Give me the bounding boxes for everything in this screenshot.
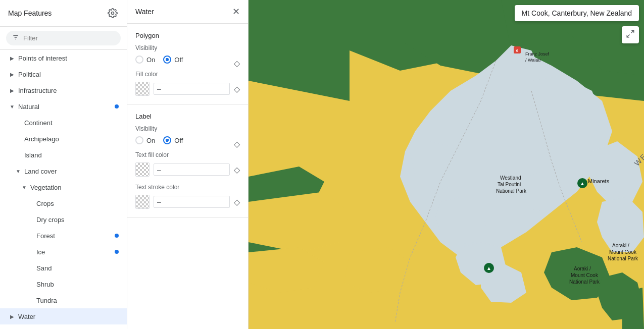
label-textfill-diamond[interactable]: ◇	[234, 165, 240, 175]
tree-label-continent: Continent	[24, 119, 53, 127]
label-visibility-diamond[interactable]: ◇	[234, 139, 240, 149]
label-textfill-swatch[interactable]	[135, 162, 150, 177]
tree-item-background[interactable]: Background	[0, 324, 127, 329]
svg-line-61	[631, 30, 634, 33]
tree-item-water[interactable]: Water	[0, 308, 127, 324]
tree-item-natural[interactable]: Natural	[0, 98, 127, 115]
filter-input[interactable]	[23, 34, 115, 42]
tree-label-infrastructure: Infrastructure	[18, 87, 57, 94]
tree-label-water: Water	[18, 313, 35, 320]
tree-item-poi[interactable]: Points of interest	[0, 50, 127, 66]
tree-label-ice: Ice	[36, 248, 45, 256]
mid-panel: Water ✕ Polygon Visibility On Off ◇ Fill…	[127, 0, 249, 329]
dot-forest	[115, 234, 119, 238]
tree-label-crops: Crops	[36, 200, 54, 207]
svg-text:/ Waiau: / Waiau	[525, 58, 540, 63]
label-textstroke-value: –	[154, 196, 230, 208]
polygon-on-label: On	[146, 56, 155, 64]
arrow-landcover	[14, 167, 22, 175]
tree-label-shrub: Shrub	[36, 281, 54, 288]
tree-item-ice[interactable]: Ice	[0, 244, 127, 260]
svg-text:▲: ▲	[486, 265, 491, 271]
tree-item-shrub[interactable]: Shrub	[0, 276, 127, 292]
tree-item-sand[interactable]: Sand	[0, 260, 127, 276]
tree-item-vegetation[interactable]: Vegetation	[0, 179, 127, 195]
svg-text:6: 6	[516, 48, 519, 53]
polygon-on-option[interactable]: On	[135, 56, 155, 64]
filter-input-wrap	[6, 31, 121, 45]
svg-point-0	[112, 12, 114, 15]
polygon-color-value: –	[154, 83, 230, 95]
polygon-off-option[interactable]: Off	[163, 56, 183, 64]
tree-nav: Points of interestPoliticalInfrastructur…	[0, 50, 127, 329]
polygon-section: Polygon Visibility On Off ◇ Fill color –…	[127, 24, 248, 104]
arrow-water	[8, 312, 16, 320]
tree-item-archipelago[interactable]: Archipelago	[0, 131, 127, 147]
map-area[interactable]: 6 Franz Josef / Waiau ▲ Mount D'Archiac …	[249, 0, 644, 329]
polygon-off-radio[interactable]	[163, 56, 171, 64]
filter-bar	[0, 27, 127, 50]
arrow-poi	[8, 54, 16, 62]
polygon-visibility-label: Visibility	[135, 44, 240, 51]
svg-text:National Park: National Park	[496, 188, 527, 194]
tree-label-vegetation: Vegetation	[30, 184, 61, 191]
svg-text:▲: ▲	[580, 181, 585, 186]
svg-text:Minarets: Minarets	[588, 178, 610, 184]
tree-label-archipelago: Archipelago	[24, 135, 59, 143]
tree-item-landcover[interactable]: Land cover	[0, 163, 127, 179]
label-section-title: Label	[135, 113, 240, 120]
label-on-option[interactable]: On	[135, 136, 155, 144]
label-section: Label Visibility On Off ◇ Text fill colo…	[127, 104, 248, 217]
search-bar: Mt Cook, Canterbury, New Zealand	[515, 5, 639, 21]
fullscreen-button[interactable]	[622, 26, 639, 43]
mid-panel-title: Water	[135, 8, 154, 16]
label-off-option[interactable]: Off	[163, 136, 183, 144]
gear-button[interactable]	[107, 7, 119, 19]
svg-text:National Park: National Park	[608, 256, 638, 261]
svg-text:Aoraki /: Aoraki /	[612, 243, 629, 248]
tree-label-drycrops: Dry crops	[36, 216, 65, 224]
label-textstroke-diamond[interactable]: ◇	[234, 197, 240, 207]
label-textfill-row: – ◇	[135, 162, 240, 177]
dot-ice	[115, 250, 119, 254]
label-textfill-label: Text fill color	[135, 151, 240, 158]
polygon-section-title: Polygon	[135, 32, 240, 39]
arrow-vegetation	[20, 183, 28, 191]
tree-item-tundra[interactable]: Tundra	[0, 292, 127, 308]
label-visibility-row: On Off ◇	[135, 136, 240, 151]
close-button[interactable]: ✕	[232, 7, 240, 16]
tree-item-forest[interactable]: Forest	[0, 228, 127, 244]
label-off-label: Off	[174, 137, 183, 144]
tree-label-sand: Sand	[36, 264, 52, 272]
tree-item-crops[interactable]: Crops	[0, 195, 127, 211]
arrow-political	[8, 70, 16, 78]
mid-header: Water ✕	[127, 0, 248, 24]
panel-title: Map Features	[8, 9, 52, 17]
arrow-infrastructure	[8, 86, 16, 94]
svg-marker-24	[249, 192, 350, 252]
label-textstroke-swatch[interactable]	[135, 195, 150, 209]
tree-label-poi: Points of interest	[18, 54, 67, 62]
tree-item-island[interactable]: Island	[0, 147, 127, 163]
tree-item-infrastructure[interactable]: Infrastructure	[0, 82, 127, 98]
tree-item-political[interactable]: Political	[0, 66, 127, 82]
polygon-fillcolor-diamond[interactable]: ◇	[234, 84, 240, 94]
left-panel: Map Features Points of interestPolitical…	[0, 0, 127, 329]
polygon-color-swatch[interactable]	[135, 82, 150, 96]
panel-header: Map Features	[0, 0, 127, 27]
label-on-radio[interactable]	[135, 136, 143, 144]
svg-text:National Park: National Park	[569, 279, 600, 285]
label-textstroke-label: Text stroke color	[135, 184, 240, 191]
arrow-natural	[8, 102, 16, 111]
polygon-on-radio[interactable]	[135, 56, 143, 64]
polygon-visibility-diamond[interactable]: ◇	[234, 59, 240, 68]
svg-text:Tai Poutini: Tai Poutini	[498, 182, 521, 187]
tree-item-drycrops[interactable]: Dry crops	[0, 211, 127, 228]
svg-text:Westland: Westland	[500, 175, 521, 181]
label-off-radio[interactable]	[163, 136, 171, 144]
polygon-visibility-row: On Off ◇	[135, 56, 240, 71]
map-svg: 6 Franz Josef / Waiau ▲ Mount D'Archiac …	[249, 0, 644, 329]
tree-item-continent[interactable]: Continent	[0, 115, 127, 131]
tree-label-landcover: Land cover	[24, 168, 57, 175]
polygon-off-label: Off	[174, 56, 183, 64]
